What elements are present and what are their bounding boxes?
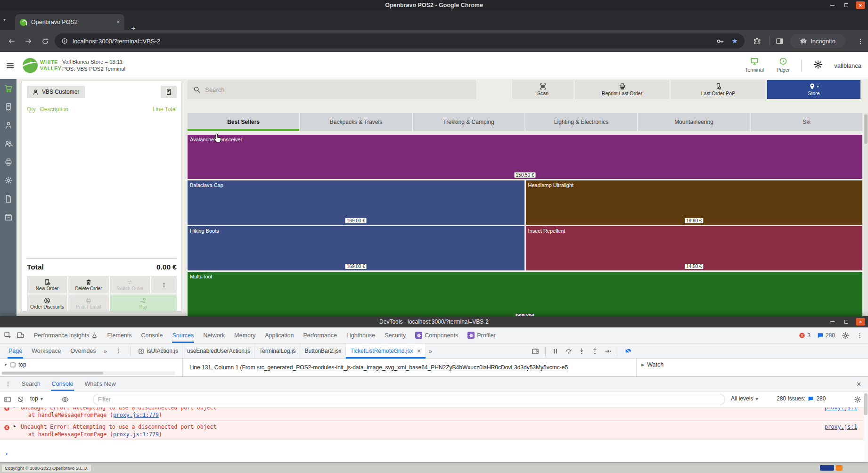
console-settings-gear-icon[interactable] (854, 396, 861, 403)
scan-button[interactable]: Scan (512, 80, 573, 99)
clear-console-icon[interactable] (17, 396, 24, 403)
drawer-tab-search[interactable]: Search (16, 377, 46, 391)
file-tab-ticketlistremotegrid-jsx[interactable]: TicketListRemoteGrid.jsx✕ (346, 343, 426, 359)
search-input[interactable] (205, 86, 470, 93)
devtools-close-button[interactable]: × (856, 318, 865, 326)
category-tab-ski[interactable]: Ski (751, 113, 862, 131)
devtools-tab-network[interactable]: Network (198, 327, 229, 343)
show-debugger-panel-icon[interactable] (532, 348, 539, 355)
drawer-tab-console[interactable]: Console (46, 377, 79, 391)
drawer-tab-what-s-new[interactable]: What's New (79, 377, 121, 391)
logged-in-user[interactable]: vallblanca (834, 62, 861, 69)
console-sidebar-icon[interactable] (4, 396, 11, 403)
file-tab-buttonbar2-jsx[interactable]: ButtonBar2.jsx (300, 343, 346, 359)
category-tab-mountaineering[interactable]: Mountaineering (638, 113, 750, 131)
window-close-button[interactable]: × (856, 1, 865, 9)
rail-item-file[interactable] (4, 194, 13, 204)
log-levels-selector[interactable]: All levels ▼ (731, 395, 759, 402)
tree-scrollbar-thumb[interactable] (2, 372, 103, 375)
step-into-icon[interactable] (578, 348, 585, 355)
file-tab-isuiaction-js[interactable]: isUIAction.js (134, 343, 183, 359)
rail-item-box[interactable] (4, 212, 13, 222)
window-minimize-button[interactable] (827, 1, 837, 9)
store-button[interactable]: ▾Store (767, 80, 860, 99)
devtools-tab-profiler[interactable]: Profiler (463, 327, 500, 343)
product-tile-balaclava-cap[interactable]: Balaclava Cap169.00 € (188, 180, 524, 225)
pane-tab-page[interactable]: Page (4, 343, 27, 359)
rail-item-gear[interactable] (4, 176, 13, 185)
console-context-selector[interactable]: top ▼ (30, 395, 44, 402)
menu-hamburger-icon[interactable] (6, 61, 15, 70)
expand-error-icon[interactable]: ▶ (14, 424, 16, 428)
pane-tab-workspace[interactable]: Workspace (27, 343, 66, 359)
console-scrollbar-thumb[interactable] (864, 393, 868, 415)
step-out-icon[interactable] (591, 348, 598, 355)
devtools-tab-memory[interactable]: Memory (229, 327, 260, 343)
tab-close-icon[interactable]: × (116, 19, 120, 25)
devtools-minimize-button[interactable] (827, 318, 837, 326)
last-order-pop-button[interactable]: Last Order PoP (671, 80, 765, 99)
inspect-element-icon[interactable] (4, 331, 12, 339)
navigator-menu-icon[interactable] (110, 348, 128, 355)
new-order-button[interactable]: New Order (27, 276, 67, 294)
panes-overflow-icon[interactable]: » (101, 348, 110, 355)
product-grid-scrollbar[interactable] (864, 113, 868, 313)
devtools-tab-console[interactable]: Console (137, 327, 168, 343)
console-prompt-chevron[interactable]: › (6, 450, 8, 457)
browser-tab[interactable]: Openbravo POS2 × (15, 14, 124, 30)
pay-button[interactable]: Pay (110, 294, 177, 312)
step-over-icon[interactable] (565, 348, 572, 355)
devtools-tab-application[interactable]: Application (260, 327, 298, 343)
product-tile-multi-tool[interactable]: Multi-Tool64.90 € (188, 272, 862, 316)
step-icon[interactable] (605, 348, 612, 355)
devtools-tab-components[interactable]: Components (410, 327, 463, 343)
back-icon[interactable] (8, 37, 16, 45)
product-tile-headlamp-ultralight[interactable]: Headlamp Ultralight18.90 € (526, 180, 863, 225)
devtools-maximize-button[interactable] (842, 318, 851, 326)
switch-order-button[interactable]: Switch Order (110, 276, 150, 294)
pane-tab-overrides[interactable]: Overrides (66, 343, 101, 359)
drawer-close-icon[interactable]: ✕ (856, 381, 861, 388)
devtools-tab-sources[interactable]: Sources (167, 327, 198, 343)
deactivate-breakpoints-icon[interactable] (624, 347, 632, 355)
forward-icon[interactable] (25, 37, 33, 45)
console-filter-input[interactable] (93, 394, 725, 405)
category-tab-backpacks-travels[interactable]: Backpacks & Travels (300, 113, 412, 131)
status-source-link[interactable]: src_generated_POS2-modules-init_js-data_… (257, 364, 568, 371)
terminal-button[interactable]: Terminal (739, 57, 770, 73)
reload-icon[interactable] (41, 37, 49, 45)
watch-section-header[interactable]: ▶ Watch (641, 361, 663, 368)
error-source-link[interactable]: proxy.js:1 (825, 424, 857, 430)
order-discounts-button[interactable]: Order Discounts (27, 294, 67, 312)
site-info-icon[interactable] (61, 38, 68, 44)
watch-expand-icon[interactable]: ▶ (641, 363, 644, 367)
file-tabs-overflow-icon[interactable]: » (426, 348, 435, 355)
rail-item-printer[interactable] (4, 157, 13, 167)
extensions-puzzle-icon[interactable] (753, 37, 761, 45)
stack-source-link[interactable]: proxy.js:1:779 (113, 412, 159, 418)
customer-button[interactable]: VBS Customer (27, 86, 85, 98)
devtools-tab-security[interactable]: Security (380, 327, 410, 343)
drawer-menu-icon[interactable] (0, 381, 16, 388)
ticket-options-button[interactable] (161, 86, 177, 98)
rail-item-cart[interactable] (4, 84, 13, 93)
file-tab-useenableduseraction-js[interactable]: useEnabledUserAction.js (183, 343, 255, 359)
expand-error-icon[interactable]: ▶ (14, 408, 16, 409)
delete-order-button[interactable]: Delete Order (68, 276, 109, 294)
rail-item-person[interactable] (4, 121, 13, 130)
browser-menu-icon[interactable] (857, 37, 864, 45)
product-search[interactable] (188, 80, 476, 99)
pager-button[interactable]: Pager (768, 57, 798, 73)
password-key-icon[interactable] (716, 37, 724, 45)
devtools-settings-gear-icon[interactable] (842, 332, 850, 340)
device-toolbar-icon[interactable] (16, 331, 25, 339)
file-tab-close-icon[interactable]: ✕ (417, 348, 421, 354)
settings-gear-icon[interactable] (813, 60, 823, 69)
pause-script-icon[interactable] (552, 348, 559, 355)
devtools-tab-elements[interactable]: Elements (102, 327, 136, 343)
devtools-menu-icon[interactable] (856, 332, 863, 339)
product-tile-hiking-boots[interactable]: Hiking Boots169.00 € (188, 226, 524, 270)
category-tab-lighting-electronics[interactable]: Lighting & Electronics (525, 113, 637, 131)
console-scrollbar[interactable] (864, 391, 868, 462)
devtools-tab-performance[interactable]: Performance (298, 327, 342, 343)
